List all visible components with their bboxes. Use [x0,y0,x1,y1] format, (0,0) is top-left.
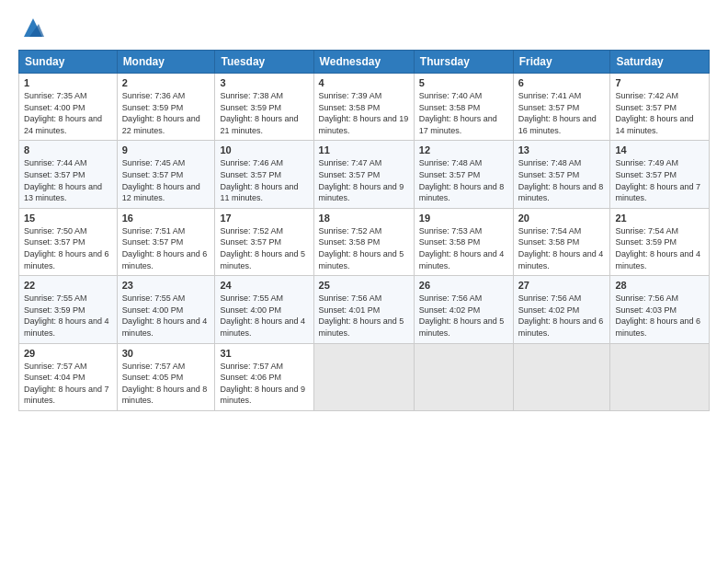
calendar-cell: 10Sunrise: 7:46 AMSunset: 3:57 PMDayligh… [215,141,313,208]
day-info: Sunrise: 7:45 AMSunset: 3:57 PMDaylight:… [122,157,210,203]
day-info: Sunrise: 7:49 AMSunset: 3:57 PMDaylight:… [615,157,704,203]
logo-icon [20,15,46,40]
calendar-cell: 20Sunrise: 7:54 AMSunset: 3:58 PMDayligh… [513,208,610,275]
day-info: Sunrise: 7:56 AMSunset: 4:02 PMDaylight:… [518,293,606,339]
day-number: 28 [615,280,704,291]
calendar-cell: 22Sunrise: 7:55 AMSunset: 3:59 PMDayligh… [19,276,118,343]
calendar-cell: 3Sunrise: 7:38 AMSunset: 3:59 PMDaylight… [215,74,313,141]
day-number: 25 [319,280,409,291]
calendar-cell: 24Sunrise: 7:55 AMSunset: 4:00 PMDayligh… [215,276,313,343]
day-info: Sunrise: 7:39 AMSunset: 3:58 PMDaylight:… [319,90,409,136]
day-number: 6 [518,77,606,88]
day-number: 27 [518,280,606,291]
calendar-cell: 23Sunrise: 7:55 AMSunset: 4:00 PMDayligh… [117,276,215,343]
day-info: Sunrise: 7:35 AMSunset: 4:00 PMDaylight:… [24,90,112,136]
day-info: Sunrise: 7:40 AMSunset: 3:58 PMDaylight:… [419,90,508,136]
calendar-cell: 6Sunrise: 7:41 AMSunset: 3:57 PMDaylight… [513,74,610,141]
day-number: 12 [419,144,508,155]
day-number: 20 [518,213,606,224]
day-number: 11 [319,144,409,155]
calendar-cell: 7Sunrise: 7:42 AMSunset: 3:57 PMDaylight… [610,74,710,141]
calendar-cell: 15Sunrise: 7:50 AMSunset: 3:57 PMDayligh… [19,208,118,275]
page: SundayMondayTuesdayWednesdayThursdayFrid… [0,0,728,563]
calendar-cell: 25Sunrise: 7:56 AMSunset: 4:01 PMDayligh… [313,276,414,343]
calendar-cell: 19Sunrise: 7:53 AMSunset: 3:58 PMDayligh… [414,208,513,275]
day-number: 23 [122,280,210,291]
col-header-thursday: Thursday [414,51,513,74]
col-header-sunday: Sunday [19,51,118,74]
col-header-monday: Monday [117,51,215,74]
day-number: 16 [122,213,210,224]
calendar-table: SundayMondayTuesdayWednesdayThursdayFrid… [18,50,710,411]
day-number: 26 [419,280,508,291]
calendar-cell [513,343,610,410]
calendar-cell [313,343,414,410]
calendar-cell: 26Sunrise: 7:56 AMSunset: 4:02 PMDayligh… [414,276,513,343]
day-number: 3 [220,77,308,88]
day-number: 30 [122,348,210,359]
calendar-week-row: 1Sunrise: 7:35 AMSunset: 4:00 PMDaylight… [19,74,710,141]
calendar-week-row: 8Sunrise: 7:44 AMSunset: 3:57 PMDaylight… [19,141,710,208]
col-header-tuesday: Tuesday [215,51,313,74]
day-info: Sunrise: 7:55 AMSunset: 4:00 PMDaylight:… [220,293,308,339]
day-number: 4 [319,77,409,88]
calendar-cell: 29Sunrise: 7:57 AMSunset: 4:04 PMDayligh… [19,343,118,410]
day-number: 31 [220,348,308,359]
day-info: Sunrise: 7:54 AMSunset: 3:59 PMDaylight:… [615,225,704,271]
calendar-week-row: 29Sunrise: 7:57 AMSunset: 4:04 PMDayligh… [19,343,710,410]
day-number: 14 [615,144,704,155]
calendar-cell: 9Sunrise: 7:45 AMSunset: 3:57 PMDaylight… [117,141,215,208]
calendar-cell: 11Sunrise: 7:47 AMSunset: 3:57 PMDayligh… [313,141,414,208]
day-info: Sunrise: 7:41 AMSunset: 3:57 PMDaylight:… [518,90,606,136]
calendar-cell: 1Sunrise: 7:35 AMSunset: 4:00 PMDaylight… [19,74,118,141]
calendar-cell: 16Sunrise: 7:51 AMSunset: 3:57 PMDayligh… [117,208,215,275]
day-number: 15 [24,213,112,224]
calendar-cell: 28Sunrise: 7:56 AMSunset: 4:03 PMDayligh… [610,276,710,343]
day-number: 13 [518,144,606,155]
calendar-cell: 21Sunrise: 7:54 AMSunset: 3:59 PMDayligh… [610,208,710,275]
calendar-cell: 4Sunrise: 7:39 AMSunset: 3:58 PMDaylight… [313,74,414,141]
day-info: Sunrise: 7:56 AMSunset: 4:02 PMDaylight:… [419,293,508,339]
col-header-friday: Friday [513,51,610,74]
day-number: 5 [419,77,508,88]
day-info: Sunrise: 7:48 AMSunset: 3:57 PMDaylight:… [419,157,508,203]
day-info: Sunrise: 7:42 AMSunset: 3:57 PMDaylight:… [615,90,704,136]
calendar-cell: 27Sunrise: 7:56 AMSunset: 4:02 PMDayligh… [513,276,610,343]
col-header-wednesday: Wednesday [313,51,414,74]
day-info: Sunrise: 7:48 AMSunset: 3:57 PMDaylight:… [518,157,606,203]
day-info: Sunrise: 7:44 AMSunset: 3:57 PMDaylight:… [24,157,112,203]
day-info: Sunrise: 7:51 AMSunset: 3:57 PMDaylight:… [122,225,210,271]
day-number: 29 [24,348,112,359]
day-number: 18 [319,213,409,224]
day-info: Sunrise: 7:56 AMSunset: 4:01 PMDaylight:… [319,293,409,339]
day-info: Sunrise: 7:57 AMSunset: 4:05 PMDaylight:… [122,361,210,407]
calendar-cell: 12Sunrise: 7:48 AMSunset: 3:57 PMDayligh… [414,141,513,208]
day-number: 10 [220,144,308,155]
day-number: 19 [419,213,508,224]
day-info: Sunrise: 7:57 AMSunset: 4:06 PMDaylight:… [220,361,308,407]
col-header-saturday: Saturday [610,51,710,74]
logo [18,15,46,40]
calendar-cell [610,343,710,410]
calendar-cell: 8Sunrise: 7:44 AMSunset: 3:57 PMDaylight… [19,141,118,208]
day-number: 9 [122,144,210,155]
day-number: 22 [24,280,112,291]
day-info: Sunrise: 7:54 AMSunset: 3:58 PMDaylight:… [518,225,606,271]
day-number: 17 [220,213,308,224]
calendar-cell: 30Sunrise: 7:57 AMSunset: 4:05 PMDayligh… [117,343,215,410]
calendar-cell [414,343,513,410]
day-number: 1 [24,77,112,88]
day-info: Sunrise: 7:53 AMSunset: 3:58 PMDaylight:… [419,225,508,271]
day-number: 8 [24,144,112,155]
calendar-cell: 14Sunrise: 7:49 AMSunset: 3:57 PMDayligh… [610,141,710,208]
day-number: 24 [220,280,308,291]
day-number: 7 [615,77,704,88]
calendar-cell: 13Sunrise: 7:48 AMSunset: 3:57 PMDayligh… [513,141,610,208]
calendar-cell: 18Sunrise: 7:52 AMSunset: 3:58 PMDayligh… [313,208,414,275]
day-info: Sunrise: 7:52 AMSunset: 3:57 PMDaylight:… [220,225,308,271]
calendar-cell: 31Sunrise: 7:57 AMSunset: 4:06 PMDayligh… [215,343,313,410]
calendar-week-row: 15Sunrise: 7:50 AMSunset: 3:57 PMDayligh… [19,208,710,275]
calendar-cell: 17Sunrise: 7:52 AMSunset: 3:57 PMDayligh… [215,208,313,275]
day-number: 21 [615,213,704,224]
calendar-cell: 5Sunrise: 7:40 AMSunset: 3:58 PMDaylight… [414,74,513,141]
